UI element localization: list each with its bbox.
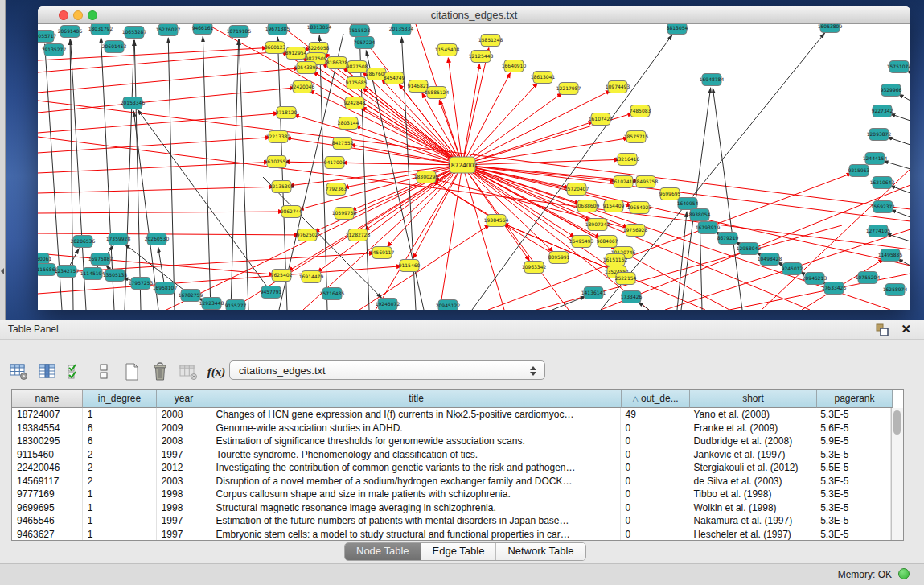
- tab-edge-table[interactable]: Edge Table: [421, 543, 497, 560]
- graph-node-label: 10498428: [758, 256, 782, 262]
- tab-network-table[interactable]: Network Table: [496, 543, 585, 560]
- table-row[interactable]: 911546021997Tourette syndrome. Phenomeno…: [12, 448, 891, 462]
- table-tab-bar: Node Table Edge Table Network Table: [344, 542, 586, 561]
- citation-edge-black: [134, 40, 141, 310]
- scrollbar-thumb[interactable]: [893, 410, 901, 435]
- graph-node-label: 9329966: [881, 87, 902, 93]
- graph-node-label: 16102416: [611, 179, 636, 184]
- tab-node-table[interactable]: Node Table: [345, 543, 421, 560]
- table-panel-titlebar[interactable]: Table Panel ✕: [0, 320, 924, 340]
- window-titlebar[interactable]: citations_edges.txt: [38, 6, 910, 24]
- float-panel-icon[interactable]: [876, 323, 889, 336]
- cell-name: 18724007: [12, 408, 83, 422]
- toggle-view-button[interactable]: [94, 362, 113, 381]
- graph-node-label: 18031792: [88, 26, 113, 31]
- cell-short: Yano et al. (2008): [688, 408, 815, 422]
- graph-node-label: 9227342: [872, 108, 893, 113]
- graph-node-label: 22420046: [290, 84, 315, 89]
- network-canvas[interactable]: 1872400718300295193845548660123891295482…: [38, 24, 910, 310]
- table-row[interactable]: 1830029562008Estimation of significance …: [12, 435, 891, 448]
- graph-node-label: 14569117: [370, 249, 395, 255]
- cell-title: Genome-wide association studies in ADHD.: [211, 422, 621, 435]
- cell-short: Wolkin et al. (1998): [688, 501, 815, 515]
- graph-node-label: 2803144: [338, 120, 359, 126]
- cell-name: 9115460: [12, 448, 83, 462]
- citation-network-graph[interactable]: 1872400718300295193845548660123891295482…: [38, 24, 910, 310]
- graph-node-label: 19135277: [42, 47, 67, 52]
- cell-short: Nakamura et al. (1997): [688, 514, 815, 528]
- table-vertical-scrollbar[interactable]: [891, 408, 903, 540]
- cell-title: Embryonic stem cells: a model to study s…: [211, 528, 621, 541]
- cell-name: 22420046: [12, 461, 83, 475]
- graph-node-label: 16640910: [502, 63, 527, 68]
- left-collapse-rail[interactable]: [0, 0, 6, 320]
- column-header-title[interactable]: title: [211, 390, 622, 408]
- table-row[interactable]: 946362711997Embryonic stem cells: a mode…: [12, 528, 891, 541]
- graph-node-label: 9154409: [603, 203, 625, 208]
- cell-short: Jankovic et al. (1997): [688, 448, 815, 462]
- cell-short: Franke et al. (2009): [688, 422, 815, 435]
- delete-column-button[interactable]: [150, 362, 170, 381]
- graph-node-label: 19384554: [484, 217, 509, 223]
- citation-edge-black: [279, 34, 343, 310]
- citation-edge-red: [38, 162, 269, 173]
- graph-node-label: 2718120: [276, 109, 298, 115]
- graph-node-label: 8226058: [308, 45, 330, 51]
- memory-status-indicator[interactable]: [898, 568, 910, 579]
- graph-node-label: 18907243: [585, 221, 610, 227]
- cell-name: 14569117: [12, 475, 83, 488]
- table-row[interactable]: 1938455462009Genome-wide association stu…: [12, 422, 891, 435]
- column-header-in_degree[interactable]: in_degree: [83, 390, 157, 408]
- column-header-pagerank[interactable]: pagerank: [817, 390, 893, 408]
- create-column-button[interactable]: [122, 362, 142, 381]
- graph-node-label: 7625402: [271, 272, 293, 278]
- select-rows-button[interactable]: [66, 362, 85, 381]
- graph-node-label: 9684067: [597, 238, 618, 244]
- cell-pagerank: 5.3E-5: [815, 475, 891, 488]
- graph-node-label: 9175685: [346, 80, 368, 85]
- table-row[interactable]: 946554611997Estimation of the future num…: [12, 514, 891, 528]
- select-column-button[interactable]: [38, 362, 57, 381]
- cell-pagerank: 5.9E-5: [815, 435, 891, 448]
- cell-short: Tibbo et al. (1998): [688, 488, 815, 501]
- table-settings-button[interactable]: [10, 362, 29, 381]
- cell-in_degree: 1: [83, 514, 157, 528]
- close-panel-icon[interactable]: ✕: [901, 322, 911, 336]
- graph-node-label: 12958042: [737, 245, 762, 251]
- graph-node-label: 8427552: [332, 140, 354, 146]
- column-header-short[interactable]: short: [690, 390, 817, 408]
- split-view-icon: [96, 363, 112, 381]
- cell-out_degree: 0: [621, 501, 689, 515]
- column-header-out_degree[interactable]: △out_de...: [622, 390, 690, 408]
- table-row[interactable]: 2242004622012Investigating the contribut…: [12, 461, 891, 475]
- column-header-year[interactable]: year: [157, 390, 211, 408]
- graph-node-label: 20260530: [145, 236, 170, 241]
- table-body: 1872400712008Changes of HCN gene express…: [12, 408, 891, 540]
- graph-node-label: 16948784: [700, 76, 725, 82]
- graph-node-label: 11545408: [435, 47, 460, 52]
- citation-edge-red: [448, 58, 462, 165]
- citation-edge-red: [314, 165, 462, 232]
- graph-node-label: 12774105: [866, 228, 891, 233]
- collapse-arrow-icon[interactable]: [1, 268, 4, 274]
- table-selector-dropdown[interactable]: citations_edges.txt: [229, 360, 545, 380]
- graph-node-label: 16107427: [589, 116, 614, 122]
- table-row[interactable]: 1456911722003Disruption of a novel membe…: [12, 475, 891, 488]
- graph-node-label: 12213387: [266, 134, 291, 139]
- table-row[interactable]: 1872400712008Changes of HCN gene express…: [12, 408, 891, 422]
- citation-edge-black: [700, 223, 702, 310]
- cell-year: 2003: [157, 475, 211, 488]
- citation-edge-black: [713, 88, 742, 310]
- citation-edge-black: [886, 233, 910, 241]
- network-view-window[interactable]: citations_edges.txt 18724007183002951938…: [38, 6, 910, 310]
- column-header-name[interactable]: name: [12, 390, 83, 408]
- table-row[interactable]: 977716911998Corpus callosum shape and si…: [12, 488, 891, 501]
- cell-year: 1998: [157, 488, 211, 501]
- graph-node-label: 10755204: [856, 274, 881, 280]
- graph-node-label: 20153346: [121, 100, 146, 105]
- cell-pagerank: 5.3E-5: [815, 514, 891, 528]
- cell-pagerank: 5.3E-5: [815, 501, 891, 515]
- table-row[interactable]: 969969511998Structural magnetic resonanc…: [12, 501, 891, 515]
- cell-year: 2008: [157, 408, 211, 422]
- function-builder-button[interactable]: f(x): [207, 362, 226, 381]
